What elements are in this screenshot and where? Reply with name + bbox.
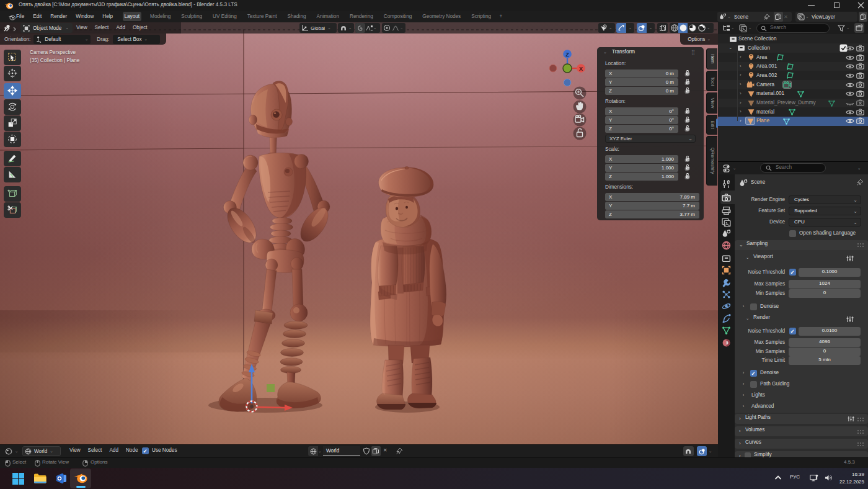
svg-text:X: X xyxy=(579,66,583,72)
svg-text:Z: Z xyxy=(565,52,569,58)
